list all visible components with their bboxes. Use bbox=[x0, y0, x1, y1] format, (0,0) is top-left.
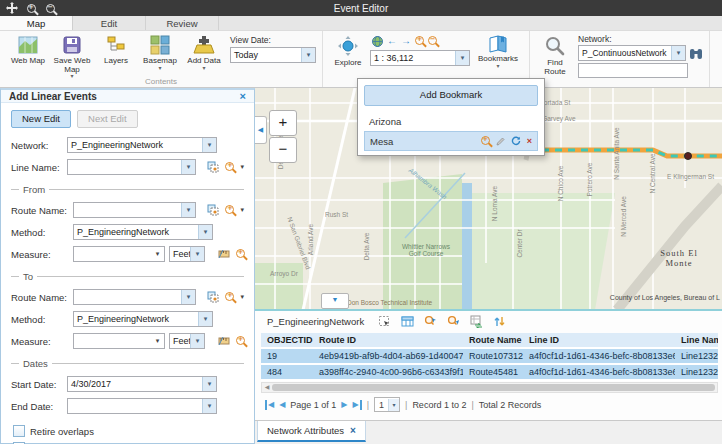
globe-icon[interactable] bbox=[372, 36, 383, 47]
from-measure-unit-select[interactable]: Feet ▾ bbox=[169, 246, 205, 262]
retire-overlaps-option[interactable]: Retire overlaps bbox=[13, 425, 244, 437]
end-date-select[interactable]: ▾ bbox=[67, 398, 217, 414]
first-page-icon[interactable]: ◀ bbox=[265, 400, 274, 410]
collapse-table-arrow[interactable]: ▼ bbox=[321, 293, 349, 309]
zoom-to-line-icon[interactable] bbox=[225, 162, 234, 173]
find-route-input[interactable] bbox=[578, 63, 688, 78]
next-extent-icon[interactable]: → bbox=[401, 35, 411, 47]
table-cell[interactable]: a398ff4c-2940-4c00-96b6-c6343f9f1711 bbox=[313, 365, 463, 381]
map-zoom-out-icon[interactable] bbox=[428, 36, 437, 47]
page-size-select[interactable]: 1 ▾ bbox=[374, 397, 400, 412]
bookmark-item-arizona[interactable]: Arizona bbox=[364, 111, 538, 131]
next-edit-button[interactable]: Next Edit bbox=[77, 110, 138, 128]
to-method-select[interactable]: P_EngineeringNetwork ▾ bbox=[73, 311, 213, 327]
zoom-out-tool-icon[interactable] bbox=[42, 1, 58, 15]
new-edit-button[interactable]: New Edit bbox=[11, 110, 71, 128]
clear-selection-icon[interactable] bbox=[470, 315, 483, 328]
zoom-menu-caret-icon[interactable]: ▾ bbox=[240, 206, 244, 214]
map-scale-select[interactable]: 1 : 36,112 ▾ bbox=[370, 50, 470, 66]
save-web-map-button[interactable]: Save Web Map ▾ bbox=[51, 35, 93, 79]
select-route-on-map-icon[interactable] bbox=[207, 291, 219, 303]
find-route-network-select[interactable]: P_ContinuousNetwork ▾ bbox=[578, 45, 686, 61]
zoom-in-tool-icon[interactable] bbox=[23, 1, 39, 15]
map-zoom-out-button[interactable]: − bbox=[269, 137, 297, 163]
table-cell[interactable]: Line12320 bbox=[675, 365, 718, 381]
map-zoom-in-button[interactable]: + bbox=[269, 110, 297, 136]
zoom-to-measure-icon[interactable] bbox=[236, 249, 245, 260]
from-route-name-select[interactable]: ▾ bbox=[73, 202, 196, 218]
tab-network-attributes[interactable]: Network Attributes × bbox=[257, 421, 366, 442]
measure-on-map-icon[interactable] bbox=[218, 248, 230, 260]
sort-records-icon[interactable] bbox=[493, 315, 506, 328]
bookmark-item-mesa[interactable]: Mesa × bbox=[364, 131, 538, 151]
last-page-icon[interactable]: ▶ bbox=[353, 400, 362, 410]
from-measure-input[interactable]: ▾ bbox=[73, 246, 165, 262]
to-measure-input[interactable]: ▾ bbox=[73, 333, 165, 349]
column-header[interactable]: OBJECTID bbox=[261, 333, 313, 349]
identify-button[interactable]: Identify bbox=[717, 35, 722, 70]
attribute-table-area: P_EngineeringNetwork bbox=[255, 311, 722, 420]
table-horizontal-scrollbar[interactable]: ◀ bbox=[261, 382, 718, 393]
pan-tool-icon[interactable] bbox=[4, 1, 20, 15]
open-table-icon[interactable] bbox=[401, 315, 414, 328]
to-measure-unit-select[interactable]: Feet ▾ bbox=[169, 333, 205, 349]
basemap-button[interactable]: Basemap ▾ bbox=[139, 35, 181, 71]
to-route-name-select[interactable]: ▾ bbox=[73, 289, 196, 305]
line-name-select[interactable]: ▾ bbox=[67, 159, 196, 175]
explore-button[interactable]: Explore bbox=[330, 35, 366, 68]
table-cell[interactable]: 4eb9419b-af9b-4d04-ab69-1d400476802b bbox=[313, 349, 463, 365]
network-select[interactable]: P_EngineeringNetwork ▾ bbox=[67, 137, 217, 153]
zoom-to-measure-icon[interactable] bbox=[236, 336, 245, 347]
edit-bookmark-icon[interactable] bbox=[496, 137, 505, 146]
tab-review[interactable]: Review bbox=[146, 16, 219, 30]
table-cell[interactable]: Route107312 bbox=[463, 349, 523, 365]
view-date-select[interactable]: Today ▾ bbox=[230, 47, 316, 63]
add-bookmark-button[interactable]: Add Bookmark bbox=[364, 85, 538, 106]
table-cell[interactable]: Route45481 bbox=[463, 365, 523, 381]
binoculars-icon[interactable] bbox=[689, 47, 703, 60]
tab-edit[interactable]: Edit bbox=[73, 16, 146, 30]
next-page-icon[interactable]: ▶ bbox=[341, 400, 347, 410]
table-cell[interactable]: a4f0cf1d-1d61-4346-befc-8b08133e681e bbox=[523, 365, 675, 381]
refresh-bookmark-icon[interactable] bbox=[511, 136, 521, 146]
map-zoom-in-icon[interactable] bbox=[415, 36, 424, 47]
column-header[interactable]: Route ID bbox=[313, 333, 463, 349]
panel-close-icon[interactable]: × bbox=[240, 90, 246, 102]
collapse-panel-arrow[interactable]: ◀ bbox=[255, 116, 267, 144]
zoom-to-route-icon[interactable] bbox=[225, 292, 234, 303]
find-route-button[interactable]: Find Route bbox=[537, 35, 573, 76]
column-header[interactable]: Route Name bbox=[463, 333, 523, 349]
scroll-left-icon[interactable]: ◀ bbox=[262, 383, 272, 391]
from-method-select[interactable]: P_EngineeringNetwork ▾ bbox=[73, 224, 213, 240]
chevron-down-icon: ▾ bbox=[190, 247, 204, 261]
retire-overlaps-checkbox[interactable] bbox=[13, 425, 25, 437]
zoom-menu-caret-icon[interactable]: ▾ bbox=[240, 163, 244, 171]
previous-page-icon[interactable]: ◀ bbox=[279, 400, 285, 410]
pan-to-selected-icon[interactable] bbox=[447, 315, 460, 328]
select-route-on-map-icon[interactable] bbox=[207, 204, 219, 216]
add-data-button[interactable]: Add Data ▾ bbox=[183, 35, 225, 71]
tab-map[interactable]: Map bbox=[0, 16, 73, 30]
zoom-menu-caret-icon[interactable]: ▾ bbox=[240, 293, 244, 301]
select-line-on-map-icon[interactable] bbox=[207, 161, 219, 173]
close-tab-icon[interactable]: × bbox=[350, 425, 356, 436]
zoom-to-route-icon[interactable] bbox=[225, 205, 234, 216]
scrollbar-thumb[interactable] bbox=[272, 384, 715, 391]
bookmarks-button[interactable]: Bookmarks ▾ bbox=[474, 35, 522, 69]
web-map-button[interactable]: Web Map bbox=[7, 35, 49, 66]
select-features-icon[interactable] bbox=[378, 315, 391, 328]
remove-bookmark-icon[interactable]: × bbox=[527, 136, 532, 146]
column-header[interactable]: Line Name bbox=[675, 333, 718, 349]
table-cell[interactable]: Line12320 bbox=[675, 349, 718, 365]
zoom-to-selected-icon[interactable] bbox=[424, 315, 437, 328]
layers-button[interactable]: Layers bbox=[95, 35, 137, 66]
total-records-label: Total 2 Records bbox=[479, 400, 542, 410]
previous-extent-icon[interactable]: ← bbox=[387, 35, 397, 47]
table-cell[interactable]: 484 bbox=[261, 365, 313, 381]
measure-on-map-icon[interactable] bbox=[218, 335, 230, 347]
column-header[interactable]: Line ID bbox=[523, 333, 675, 349]
table-cell[interactable]: a4f0cf1d-1d61-4346-befc-8b08133e681e bbox=[523, 349, 675, 365]
table-cell[interactable]: 19 bbox=[261, 349, 313, 365]
zoom-to-bookmark-icon[interactable] bbox=[481, 136, 490, 147]
start-date-select[interactable]: 4/30/2017 ▾ bbox=[67, 376, 217, 392]
